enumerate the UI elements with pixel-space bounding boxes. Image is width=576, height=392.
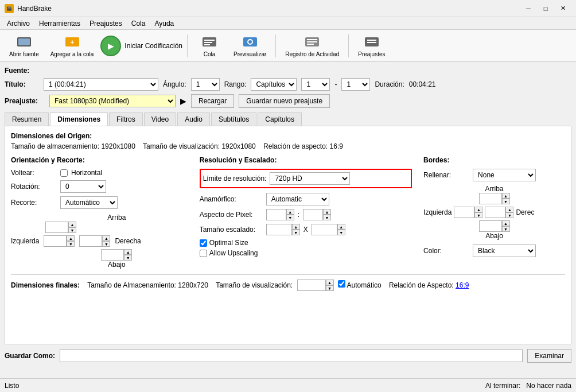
border-bottom-up[interactable]: ▲ <box>502 220 510 226</box>
scale-row: Tamaño escalado: 1280 ▲ ▼ X 720 ▲ ▼ <box>200 224 412 235</box>
pixel-y-down[interactable]: ▼ <box>323 215 331 220</box>
menu-herramientas[interactable]: Herramientas <box>34 18 85 29</box>
allow-upscaling-checkbox[interactable] <box>200 250 207 257</box>
save-input[interactable] <box>60 350 523 362</box>
border-bottom-input[interactable]: 0 <box>479 220 502 232</box>
scale-w-down[interactable]: ▼ <box>292 230 300 235</box>
crop-right-up[interactable]: ▲ <box>102 235 110 241</box>
title-select[interactable]: 1 (00:04:21) <box>44 78 158 91</box>
border-top-input[interactable]: 0 <box>479 193 502 204</box>
border-left-up[interactable]: ▲ <box>474 207 482 212</box>
flip-checkbox[interactable] <box>60 169 68 177</box>
optimal-size-row: Optimal Size <box>200 239 412 247</box>
tab-content-dimensiones: Dimensiones del Origen: Tamaño de almace… <box>5 126 571 344</box>
pixel-aspect-x-input[interactable]: 1 <box>266 209 286 220</box>
aspect-label: Relación de aspecto: <box>263 142 328 150</box>
source-label: Fuente: <box>5 67 29 75</box>
crop-top-input[interactable]: 0 <box>45 222 68 233</box>
tab-subtitulos[interactable]: Subtítulos <box>211 112 256 126</box>
tab-resumen[interactable]: Resumen <box>5 112 49 126</box>
svg-rect-6 <box>204 42 212 43</box>
crop-left-down[interactable]: ▼ <box>67 241 75 247</box>
pixel-y-up[interactable]: ▲ <box>323 209 331 215</box>
range-to-select[interactable]: 1 <box>341 78 370 91</box>
activity-log-button[interactable]: Registro de Actividad <box>281 32 344 60</box>
queue-button[interactable]: Cola <box>192 32 227 60</box>
crop-right-input[interactable]: 0 <box>79 235 102 247</box>
scale-h-up[interactable]: ▲ <box>337 224 345 230</box>
scale-w-input[interactable]: 1280 <box>266 224 292 235</box>
crop-select[interactable]: Automático <box>60 196 118 209</box>
border-bottom-spinbox: 0 ▲ ▼ <box>479 220 510 232</box>
border-izquierda-label: Izquierda <box>423 208 452 216</box>
crop-top-up[interactable]: ▲ <box>68 222 76 227</box>
auto-label: Automático <box>347 281 382 289</box>
color-select[interactable]: Black <box>473 244 536 257</box>
final-display-input[interactable]: 1280 <box>297 280 326 291</box>
border-top-up[interactable]: ▲ <box>502 193 510 199</box>
crop-grid: Arriba 0 ▲ ▼ Izquierda <box>11 214 188 269</box>
final-display-spinbox: 1280 ▲ ▼ <box>297 280 334 291</box>
crop-bottom-up[interactable]: ▲ <box>124 249 132 255</box>
tab-video[interactable]: Video <box>144 112 176 126</box>
crop-bottom-input[interactable]: 0 <box>101 249 124 261</box>
anamorphic-select[interactable]: Automatic <box>266 193 329 205</box>
tab-filtros[interactable]: Filtros <box>109 112 143 126</box>
open-source-button[interactable]: Abrir fuente <box>5 32 44 60</box>
border-top-down[interactable]: ▼ <box>502 199 510 204</box>
rotation-label: Rotación: <box>11 183 57 191</box>
reload-button[interactable]: Recargar <box>191 94 234 108</box>
svg-rect-12 <box>307 39 317 40</box>
save-preset-button[interactable]: Guardar nuevo preajuste <box>239 94 330 108</box>
menu-cola[interactable]: Cola <box>127 18 150 29</box>
scale-h-down[interactable]: ▼ <box>337 230 345 235</box>
preset-arrow[interactable]: ▶ <box>180 96 186 106</box>
presets-button[interactable]: Preajustes <box>353 32 390 60</box>
minimize-button[interactable]: ─ <box>520 3 537 14</box>
tab-audio[interactable]: Audio <box>177 112 210 126</box>
status-left: Listo <box>5 382 19 390</box>
border-right-up[interactable]: ▲ <box>505 207 513 212</box>
crop-bottom-down[interactable]: ▼ <box>124 255 132 261</box>
final-display-up[interactable]: ▲ <box>326 280 334 285</box>
menu-ayuda[interactable]: Ayuda <box>150 18 178 29</box>
limit-select[interactable]: 720p HD <box>270 172 350 185</box>
crop-left-up[interactable]: ▲ <box>67 235 75 241</box>
border-bottom-down[interactable]: ▼ <box>502 226 510 232</box>
auto-checkbox[interactable] <box>338 280 345 288</box>
tab-capitulos[interactable]: Capítulos <box>258 112 302 126</box>
border-right-spinbox: 0 ▲ ▼ <box>485 207 513 218</box>
border-left-input[interactable]: 0 <box>454 207 474 218</box>
menu-archivo[interactable]: Archivo <box>2 18 34 29</box>
menu-preajustes[interactable]: Preajustes <box>85 18 127 29</box>
range-select[interactable]: Capítulos <box>251 78 297 91</box>
border-left-down[interactable]: ▼ <box>474 212 482 218</box>
crop-left-spinbox: 0 ▲ ▼ <box>44 235 75 247</box>
close-button[interactable]: ✕ <box>554 3 571 14</box>
final-display-down[interactable]: ▼ <box>326 285 334 291</box>
rotation-select[interactable]: 0 <box>60 180 106 193</box>
flip-value: Horizontal <box>71 169 102 177</box>
crop-left-input[interactable]: 0 <box>44 235 67 247</box>
range-from-select[interactable]: 1 <box>301 78 330 91</box>
browse-button[interactable]: Examinar <box>527 349 571 363</box>
pixel-x-down[interactable]: ▼ <box>286 215 294 220</box>
optimal-size-checkbox[interactable] <box>200 239 207 247</box>
crop-top-down[interactable]: ▼ <box>68 227 76 233</box>
crop-right-down[interactable]: ▼ <box>102 241 110 247</box>
preset-select[interactable]: Fast 1080p30 (Modified) <box>49 95 176 107</box>
orientation-title: Orientación y Recorte: <box>11 156 188 164</box>
maximize-button[interactable]: □ <box>537 3 554 14</box>
tab-dimensiones[interactable]: Dimensiones <box>50 112 108 126</box>
pixel-aspect-y-input[interactable]: 1 <box>303 209 323 220</box>
start-encode-button[interactable]: ▶ Iniciar Codificación <box>100 36 182 56</box>
angle-select[interactable]: 1 <box>191 78 220 91</box>
border-right-input[interactable]: 0 <box>485 207 505 218</box>
add-queue-button[interactable]: + Agregar a la cola <box>46 32 99 60</box>
preview-button[interactable]: Previsualizar <box>229 32 271 60</box>
border-right-down[interactable]: ▼ <box>505 212 513 218</box>
scale-w-up[interactable]: ▲ <box>292 224 300 230</box>
pixel-x-up[interactable]: ▲ <box>286 209 294 215</box>
scale-h-input[interactable]: 720 <box>312 224 337 235</box>
fill-select[interactable]: None <box>473 169 536 181</box>
